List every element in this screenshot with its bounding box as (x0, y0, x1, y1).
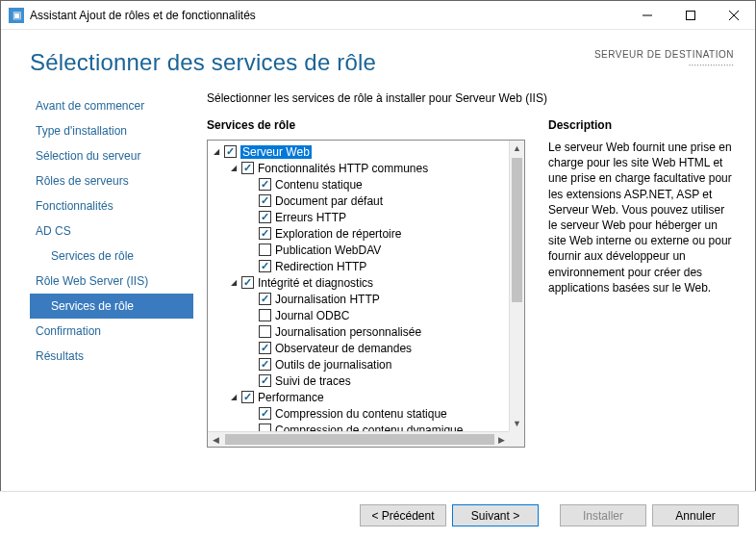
tree-column: Services de rôle Serveur WebFonctionnali… (207, 118, 525, 448)
tree-node-label: Redirection HTTP (275, 260, 366, 273)
wizard-footer: < Précédent Suivant > Installer Annuler (0, 491, 756, 539)
tree-node-label: Publication WebDAV (275, 244, 381, 257)
checkbox[interactable] (259, 293, 271, 305)
tree-node[interactable]: Exploration de répertoire (211, 225, 509, 242)
nav-step[interactable]: Fonctionnalités (30, 193, 193, 218)
tree-node-label: Observateur de demandes (275, 342, 412, 355)
expand-arrow-icon[interactable] (211, 147, 222, 156)
main-panel: Sélectionner les services de rôle à inst… (193, 86, 755, 448)
checkbox[interactable] (259, 325, 271, 338)
window-title: Assistant Ajout de rôles et de fonctionn… (30, 9, 625, 22)
checkbox[interactable] (259, 194, 271, 207)
checkbox[interactable] (259, 358, 271, 371)
scroll-down-icon[interactable]: ▼ (510, 416, 524, 431)
destination-label: SERVEUR DE DESTINATION (594, 49, 734, 60)
expand-arrow-icon[interactable] (228, 393, 239, 401)
horizontal-scrollbar[interactable]: ◀ ▶ (208, 431, 524, 447)
tree-node-label: Fonctionnalités HTTP communes (258, 162, 428, 175)
tree-node-label: Contenu statique (275, 178, 363, 192)
nav-step[interactable]: Rôle Web Server (IIS) (30, 269, 193, 294)
checkbox[interactable] (259, 244, 271, 256)
nav-step[interactable]: Résultats (30, 344, 193, 369)
app-icon: ▣ (9, 8, 24, 23)
tree-node[interactable]: Contenu statique (211, 176, 509, 192)
nav-step[interactable]: Rôles de serveurs (30, 168, 193, 193)
nav-step[interactable]: Services de rôle (30, 294, 193, 319)
tree-section-label: Services de rôle (207, 118, 525, 132)
tree-node[interactable]: Observateur de demandes (211, 340, 509, 356)
checkbox[interactable] (241, 391, 254, 403)
install-button[interactable]: Installer (560, 504, 646, 526)
destination-info: SERVEUR DE DESTINATION ················· (594, 49, 734, 70)
tree-node-label: Performance (258, 391, 324, 404)
tree-node[interactable]: Redirection HTTP (211, 258, 509, 274)
tree-node[interactable]: Performance (211, 389, 509, 405)
next-button[interactable]: Suivant > (452, 504, 539, 526)
checkbox[interactable] (241, 276, 254, 289)
tree-node-label: Erreurs HTTP (275, 211, 346, 224)
tree-node[interactable]: Publication WebDAV (211, 242, 509, 258)
hscroll-thumb[interactable] (225, 434, 494, 445)
tree-node-label: Journalisation personnalisée (275, 325, 421, 339)
checkbox[interactable] (259, 260, 271, 272)
close-button[interactable] (712, 1, 755, 30)
description-text: Le serveur Web fournit une prise en char… (548, 140, 736, 295)
vscroll-thumb[interactable] (512, 158, 522, 302)
previous-button[interactable]: < Précédent (360, 504, 446, 526)
nav-step[interactable]: Type d'installation (30, 118, 193, 143)
checkbox[interactable] (259, 309, 271, 321)
nav-step[interactable]: Avant de commencer (30, 93, 193, 118)
cancel-button[interactable]: Annuler (652, 504, 739, 526)
wizard-nav: Avant de commencerType d'installationSél… (11, 86, 193, 448)
tree-node[interactable]: Document par défaut (211, 192, 509, 209)
instruction-text: Sélectionner les services de rôle à inst… (207, 91, 736, 105)
expand-arrow-icon[interactable] (228, 164, 239, 172)
tree-node[interactable]: Fonctionnalités HTTP communes (211, 160, 509, 176)
checkbox[interactable] (241, 162, 254, 174)
wizard-body: Avant de commencerType d'installationSél… (1, 86, 755, 448)
tree-node[interactable]: Journal ODBC (211, 307, 509, 323)
vertical-scrollbar[interactable]: ▲ ▼ (509, 141, 524, 431)
checkbox[interactable] (259, 407, 271, 420)
scroll-left-icon[interactable]: ◀ (208, 432, 223, 448)
minimize-button[interactable] (625, 1, 668, 30)
checkbox[interactable] (259, 424, 271, 431)
checkbox[interactable] (259, 211, 271, 223)
checkbox[interactable] (259, 342, 271, 354)
tree-node[interactable]: Compression du contenu statique (211, 405, 509, 422)
tree-node[interactable]: Journalisation personnalisée (211, 323, 509, 340)
tree-node[interactable]: Erreurs HTTP (211, 209, 509, 225)
nav-step[interactable]: AD CS (30, 218, 193, 244)
tree-node[interactable]: Outils de journalisation (211, 356, 509, 372)
tree-node-label: Suivi de traces (275, 374, 351, 388)
tree-node-label: Serveur Web (240, 145, 312, 159)
tree-viewport[interactable]: Serveur WebFonctionnalités HTTP communes… (208, 141, 509, 431)
page-title: Sélectionner des services de rôle (30, 49, 594, 76)
checkbox[interactable] (259, 374, 271, 387)
tree-node[interactable]: Serveur Web (211, 143, 509, 160)
tree-node-label: Outils de journalisation (275, 358, 391, 372)
checkbox[interactable] (224, 145, 237, 158)
nav-step[interactable]: Services de rôle (30, 244, 193, 269)
tree-node-label: Compression du contenu statique (275, 407, 447, 421)
tree-node[interactable]: Intégrité et diagnostics (211, 274, 509, 291)
tree-node[interactable]: Journalisation HTTP (211, 291, 509, 307)
svg-rect-1 (686, 11, 694, 19)
tree-node[interactable]: Suivi de traces (211, 372, 509, 389)
role-services-tree: Serveur WebFonctionnalités HTTP communes… (207, 140, 525, 448)
nav-step[interactable]: Sélection du serveur (30, 143, 193, 168)
tree-node-label: Intégrité et diagnostics (258, 276, 373, 290)
checkbox[interactable] (259, 178, 271, 191)
tree-node[interactable]: Compression de contenu dynamique (211, 422, 509, 431)
destination-server: ················· (594, 60, 734, 70)
expand-arrow-icon[interactable] (228, 278, 239, 287)
scroll-right-icon[interactable]: ▶ (493, 432, 509, 448)
maximize-button[interactable] (668, 1, 712, 30)
titlebar: ▣ Assistant Ajout de rôles et de fonctio… (1, 1, 755, 30)
tree-node-label: Document par défaut (275, 194, 383, 208)
checkbox[interactable] (259, 227, 271, 240)
scroll-up-icon[interactable]: ▲ (510, 141, 524, 156)
nav-step[interactable]: Confirmation (30, 319, 193, 344)
description-column: Description Le serveur Web fournit une p… (548, 118, 736, 448)
tree-node-label: Compression de contenu dynamique (275, 424, 463, 432)
